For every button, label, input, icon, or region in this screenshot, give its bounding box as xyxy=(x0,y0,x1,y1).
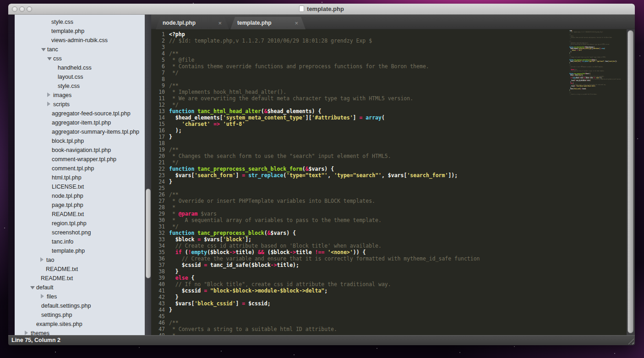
code-line: 15 'charset' => 'utf-8' xyxy=(151,121,480,127)
disclosure-open-icon[interactable] xyxy=(30,286,35,289)
sidebar-item-region-tpl-php[interactable]: region.tpl.php xyxy=(15,219,145,228)
sidebar-item-label: block.tpl.php xyxy=(52,138,84,144)
tab-label: template.php xyxy=(237,20,272,26)
line-number: 37 xyxy=(151,262,165,268)
code-line: 47 * Converts a string to a suitable htm… xyxy=(151,326,480,332)
sidebar-item-aggregator-summary-items-tpl-php[interactable]: aggregator-summary-items.tpl.php xyxy=(15,127,145,136)
sidebar-item-aggregator-feed-source-tpl-php[interactable]: aggregator-feed-source.tpl.php xyxy=(15,109,145,118)
sidebar-item-readme-txt[interactable]: README.txt xyxy=(15,265,145,274)
sidebar-item-screenshot-png[interactable]: screenshot.png xyxy=(15,228,145,237)
line-number: 41 xyxy=(151,287,165,294)
sidebar-item-label: screenshot.png xyxy=(52,229,91,236)
code-line: 31 */ xyxy=(151,223,480,230)
line-number: 28 xyxy=(151,204,165,211)
line-number: 23 xyxy=(151,172,165,179)
sidebar-item-readme-txt[interactable]: README.txt xyxy=(15,210,145,219)
sidebar-item-template-php[interactable]: template.php xyxy=(15,246,145,255)
sidebar-scrollbar[interactable] xyxy=(145,15,151,335)
sidebar-item-files[interactable]: files xyxy=(15,292,145,301)
sidebar-item-aggregator-item-tpl-php[interactable]: aggregator-item.tpl.php xyxy=(15,118,145,127)
sidebar-item-default-settings-php[interactable]: default.settings.php xyxy=(15,301,145,310)
line-number: 19 xyxy=(151,146,165,153)
tab-template-php[interactable]: template.php× xyxy=(230,17,306,29)
sidebar-item-tanc[interactable]: tanc xyxy=(15,45,145,54)
code-line: 40 // If no "Block title", create css id… xyxy=(151,281,480,287)
code-lines: 1<?php2// $Id: template.php,v 1.1.2.7 20… xyxy=(151,31,480,335)
window-titlebar[interactable]: template.php xyxy=(8,4,635,15)
window-title-text: template.php xyxy=(307,5,344,12)
sidebar-item-style-css[interactable]: style.css xyxy=(15,81,145,91)
code-line: 41 $cssid = "block-$block->module-$block… xyxy=(151,287,480,294)
sidebar-item-block-tpl-php[interactable]: block.tpl.php xyxy=(15,136,145,146)
disclosure-closed-icon[interactable] xyxy=(41,294,44,298)
tab-node-tpl-php[interactable]: node.tpl.php× xyxy=(156,17,229,29)
sidebar-item-license-txt[interactable]: LICENSE.txt xyxy=(15,182,145,191)
sidebar-item-label: tao xyxy=(46,257,54,263)
file-tree-sidebar[interactable]: style.csstemplate.phpviews-admin-rubik.c… xyxy=(15,15,145,335)
tab-close-icon[interactable]: × xyxy=(218,17,222,29)
line-number: 47 xyxy=(151,326,165,332)
code-line: 1<?php xyxy=(151,31,480,38)
code-line: 36 // Create the variable and ensure tha… xyxy=(151,255,480,262)
sidebar-item-comment-tpl-php[interactable]: comment.tpl.php xyxy=(15,164,145,173)
line-number: 6 xyxy=(151,63,165,70)
sidebar-item-themes[interactable]: themes xyxy=(15,329,145,335)
sidebar-item-layout-css[interactable]: layout.css xyxy=(15,72,145,81)
sidebar-item-tao[interactable]: tao xyxy=(15,255,145,265)
tab-close-icon[interactable]: × xyxy=(295,17,298,29)
code-line: 33 $block = $vars['block']; xyxy=(151,236,480,243)
sidebar-item-label: themes xyxy=(31,330,49,335)
sidebar-item-html-tpl-php[interactable]: html.tpl.php xyxy=(15,173,145,182)
disclosure-closed-icon[interactable] xyxy=(47,92,50,97)
disclosure-open-icon[interactable] xyxy=(47,57,52,60)
sidebar-item-book-navigation-tpl-php[interactable]: book-navigation.tpl.php xyxy=(15,146,145,155)
code-line: 6 * Contains theme override functions an… xyxy=(151,63,480,70)
sidebar-item-node-tpl-php[interactable]: node.tpl.php xyxy=(15,191,145,201)
minimap[interactable]: <?php// $Id: template.php,v 1.1.2.7 2010… xyxy=(569,30,627,332)
sidebar-item-views-admin-rubik-css[interactable]: views-admin-rubik.css xyxy=(15,36,145,45)
sidebar-item-default[interactable]: default xyxy=(15,283,145,292)
code-line: 34 // Create css id attribute based on '… xyxy=(151,243,480,249)
line-number: 46 xyxy=(151,320,165,326)
sidebar-scrollbar-thumb[interactable] xyxy=(146,189,151,278)
sidebar-item-label: tanc xyxy=(47,46,58,53)
sidebar-item-label: files xyxy=(47,293,57,300)
editor-window: template.php style.csstemplate.phpviews-… xyxy=(8,4,635,345)
sidebar-item-tanc-info[interactable]: tanc.info xyxy=(15,237,145,246)
sidebar-item-label: book-navigation.tpl.php xyxy=(52,147,111,153)
code-line: 26/** xyxy=(151,191,480,198)
resize-grip-icon[interactable] xyxy=(626,336,634,344)
code-line: 11 * We are overwriting the default meta… xyxy=(151,95,480,102)
sidebar-item-settings-php[interactable]: settings.php xyxy=(15,310,145,320)
disclosure-closed-icon[interactable] xyxy=(47,102,50,106)
sidebar-item-label: comment-wrapper.tpl.php xyxy=(52,156,116,163)
sidebar-item-handheld-css[interactable]: handheld.css xyxy=(15,63,145,72)
editor-scrollbar[interactable] xyxy=(627,29,635,335)
line-number: 32 xyxy=(151,230,165,236)
sidebar-item-scripts[interactable]: scripts xyxy=(15,100,145,109)
disclosure-closed-icon[interactable] xyxy=(40,257,44,262)
sidebar-item-label: region.tpl.php xyxy=(52,220,87,227)
code-line: 35 if (!empty($block->title) && ($block-… xyxy=(151,249,480,255)
line-number: 45 xyxy=(151,313,165,320)
code-area[interactable]: 1<?php2// $Id: template.php,v 1.1.2.7 20… xyxy=(151,29,635,335)
disclosure-open-icon[interactable] xyxy=(41,48,46,51)
editor-scrollbar-thumb[interactable] xyxy=(628,30,633,333)
line-number: 42 xyxy=(151,294,165,300)
sidebar-item-style-css[interactable]: style.css xyxy=(15,17,145,27)
sidebar-item-example-sites-php[interactable]: example.sites.php xyxy=(15,320,145,329)
tab-label: node.tpl.php xyxy=(163,20,196,26)
code-line: 21 */ xyxy=(151,159,480,166)
code-line: 7 */ xyxy=(151,70,480,76)
sidebar-item-page-tpl-php[interactable]: page.tpl.php xyxy=(15,201,145,210)
sidebar-item-readme-txt[interactable]: README.txt xyxy=(15,274,145,283)
sidebar-item-images[interactable]: images xyxy=(15,91,145,100)
code-line: 4/** xyxy=(151,50,480,57)
sidebar-item-comment-wrapper-tpl-php[interactable]: comment-wrapper.tpl.php xyxy=(15,155,145,164)
sidebar-item-css[interactable]: css xyxy=(15,54,145,63)
sidebar-item-template-php[interactable]: template.php xyxy=(15,27,145,36)
disclosure-closed-icon[interactable] xyxy=(25,331,28,335)
code-line: 9/** xyxy=(151,82,480,89)
line-number: 7 xyxy=(151,70,165,76)
line-number: 8 xyxy=(151,76,165,82)
